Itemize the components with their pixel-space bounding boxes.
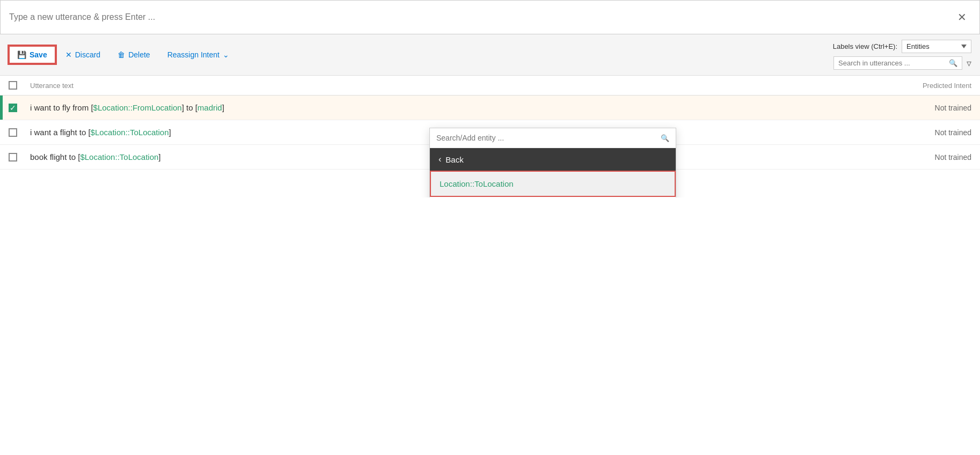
- row-check-1: ✓: [9, 104, 30, 112]
- table-wrap: Utterance text Predicted Intent ✓ i want…: [0, 76, 980, 197]
- delete-label: Delete: [128, 50, 150, 59]
- utterance-input[interactable]: [9, 12, 953, 22]
- back-chevron-icon: ‹: [438, 155, 441, 164]
- search-bar-row: 🔍 ▿: [833, 56, 971, 70]
- utterance-bar: ✕: [0, 0, 980, 34]
- toolbar-left: 💾 Save ✕ Discard 🗑 Delete Reassign Inten…: [9, 46, 833, 64]
- search-input-wrap: 🔍: [833, 56, 962, 70]
- entity-bracket-close-1: ]: [182, 103, 184, 112]
- entity-bracket-close-3: ]: [169, 128, 171, 137]
- intent-col-header: Predicted Intent: [864, 82, 971, 90]
- popup-search-input[interactable]: [436, 134, 656, 142]
- entity-tag-1a[interactable]: $Location::FromLocation: [93, 103, 182, 112]
- table-container: ✓ i want to fly from [$Location::FromLoc…: [0, 96, 980, 197]
- row-intent-3: Not trained: [864, 153, 971, 162]
- save-button[interactable]: 💾 Save: [9, 46, 56, 64]
- delete-button[interactable]: 🗑 Delete: [110, 47, 157, 63]
- search-icon: 🔍: [949, 59, 957, 67]
- table-row: ✓ i want to fly from [$Location::FromLoc…: [0, 96, 980, 120]
- utterance-col-header: Utterance text: [30, 82, 864, 90]
- filter-icon[interactable]: ▿: [967, 57, 971, 69]
- popup-back-button[interactable]: ‹ Back: [430, 148, 676, 171]
- row-intent-1: Not trained: [864, 104, 971, 112]
- reassign-intent-button[interactable]: Reassign Intent ⌄: [160, 47, 237, 63]
- row-accent: [0, 96, 3, 120]
- save-icon: 💾: [17, 50, 26, 59]
- row-checkbox-1[interactable]: ✓: [9, 104, 17, 112]
- chevron-down-icon: ⌄: [223, 50, 229, 59]
- close-icon[interactable]: ✕: [953, 9, 971, 26]
- reassign-label: Reassign Intent: [167, 50, 220, 59]
- row-text-1: i want to fly from [$Location::FromLocat…: [30, 103, 864, 112]
- delete-icon: 🗑: [118, 50, 125, 59]
- row-checkbox-2[interactable]: [9, 128, 17, 137]
- row-text-before-2: i want a flight to: [30, 128, 88, 137]
- popup-search-icon: 🔍: [661, 134, 669, 142]
- toolbar: 💾 Save ✕ Discard 🗑 Delete Reassign Inten…: [0, 34, 980, 76]
- entity-dropdown-popup: 🔍 ‹ Back Location::ToLocation Location::…: [429, 128, 676, 197]
- labels-view-row: Labels view (Ctrl+E): Entities Tokens: [833, 40, 971, 53]
- discard-icon: ✕: [65, 50, 72, 59]
- row-check-2: [9, 128, 30, 137]
- row-text-before-3: book flight to: [30, 152, 78, 162]
- dropdown-option-1[interactable]: Location::FromLocation: [430, 197, 676, 197]
- discard-label: Discard: [75, 50, 100, 59]
- entity-tag-1b[interactable]: madrid: [198, 103, 222, 112]
- row-text-before-1: i want to fly from: [30, 103, 91, 112]
- row-intent-2: Not trained: [864, 128, 971, 137]
- row-text-middle-1: to: [186, 103, 195, 112]
- dropdown-option-label-0: Location::ToLocation: [440, 179, 514, 188]
- toolbar-right: Labels view (Ctrl+E): Entities Tokens 🔍 …: [833, 40, 971, 70]
- row-check-3: [9, 153, 30, 162]
- select-all-checkbox[interactable]: [9, 81, 17, 90]
- table-header: Utterance text Predicted Intent: [0, 76, 980, 96]
- discard-button[interactable]: ✕ Discard: [58, 47, 108, 63]
- labels-view-select[interactable]: Entities Tokens: [902, 40, 971, 53]
- back-label: Back: [445, 155, 463, 164]
- search-input[interactable]: [838, 59, 946, 67]
- labels-view-label: Labels view (Ctrl+E):: [833, 42, 897, 50]
- entity-bracket-close-2: ]: [222, 103, 224, 112]
- popup-search-row: 🔍: [430, 128, 676, 148]
- dropdown-option-0[interactable]: Location::ToLocation: [430, 171, 676, 197]
- entity-tag-3a[interactable]: $Location::ToLocation: [80, 152, 158, 162]
- row-checkbox-3[interactable]: [9, 153, 17, 162]
- entity-bracket-close-4: ]: [158, 152, 160, 162]
- save-label: Save: [30, 50, 47, 59]
- entity-tag-2a[interactable]: $Location::ToLocation: [91, 128, 169, 137]
- header-check-col: [9, 81, 30, 90]
